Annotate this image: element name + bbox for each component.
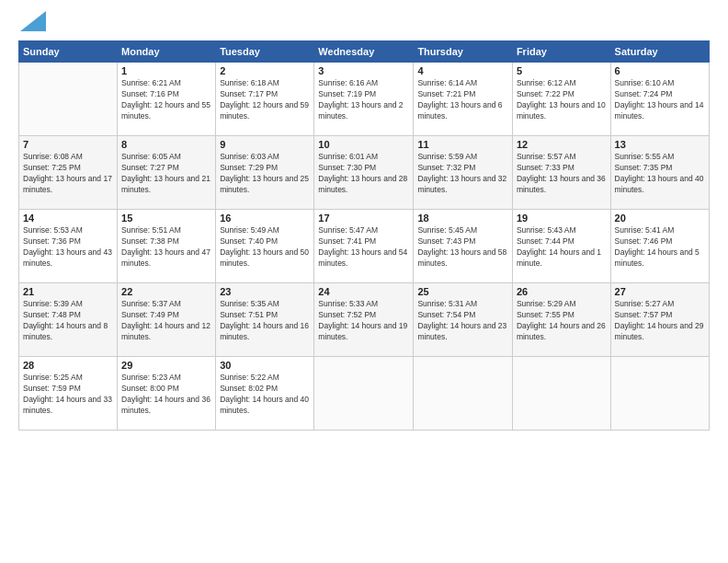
day-info: Sunrise: 5:39 AM Sunset: 7:48 PM Dayligh… — [23, 299, 113, 343]
calendar-header-row: SundayMondayTuesdayWednesdayThursdayFrid… — [19, 41, 710, 63]
calendar-cell: 28Sunrise: 5:25 AM Sunset: 7:59 PM Dayli… — [19, 357, 118, 431]
calendar-cell: 16Sunrise: 5:49 AM Sunset: 7:40 PM Dayli… — [216, 210, 314, 283]
calendar-cell: 22Sunrise: 5:37 AM Sunset: 7:49 PM Dayli… — [118, 283, 216, 357]
day-info: Sunrise: 5:59 AM Sunset: 7:32 PM Dayligh… — [417, 152, 508, 196]
calendar-table: SundayMondayTuesdayWednesdayThursdayFrid… — [18, 40, 710, 431]
calendar-cell: 30Sunrise: 5:22 AM Sunset: 8:02 PM Dayli… — [216, 357, 314, 431]
calendar-cell — [414, 357, 513, 431]
day-info: Sunrise: 5:22 AM Sunset: 8:02 PM Dayligh… — [220, 373, 310, 417]
day-number: 5 — [517, 65, 607, 76]
calendar-cell: 24Sunrise: 5:33 AM Sunset: 7:52 PM Dayli… — [314, 283, 414, 357]
day-info: Sunrise: 6:18 AM Sunset: 7:17 PM Dayligh… — [220, 78, 310, 122]
calendar-cell: 8Sunrise: 6:05 AM Sunset: 7:27 PM Daylig… — [118, 136, 216, 210]
weekday-header: Wednesday — [314, 41, 414, 63]
day-number: 10 — [318, 139, 409, 150]
day-number: 2 — [220, 65, 310, 76]
day-info: Sunrise: 5:35 AM Sunset: 7:51 PM Dayligh… — [220, 299, 310, 343]
day-number: 14 — [23, 213, 113, 224]
calendar-cell: 11Sunrise: 5:59 AM Sunset: 7:32 PM Dayli… — [414, 136, 513, 210]
day-number: 24 — [318, 286, 409, 297]
calendar-cell: 20Sunrise: 5:41 AM Sunset: 7:46 PM Dayli… — [610, 210, 709, 283]
day-info: Sunrise: 5:41 AM Sunset: 7:46 PM Dayligh… — [615, 225, 705, 270]
day-number: 16 — [220, 213, 310, 224]
day-info: Sunrise: 5:45 AM Sunset: 7:43 PM Dayligh… — [417, 225, 508, 270]
calendar-cell: 27Sunrise: 5:27 AM Sunset: 7:57 PM Dayli… — [610, 283, 709, 357]
day-info: Sunrise: 6:08 AM Sunset: 7:25 PM Dayligh… — [23, 152, 113, 196]
day-info: Sunrise: 5:33 AM Sunset: 7:52 PM Dayligh… — [318, 299, 409, 343]
calendar-cell: 19Sunrise: 5:43 AM Sunset: 7:44 PM Dayli… — [512, 210, 610, 283]
day-info: Sunrise: 5:27 AM Sunset: 7:57 PM Dayligh… — [615, 299, 705, 343]
weekday-header: Tuesday — [216, 41, 314, 63]
day-info: Sunrise: 6:01 AM Sunset: 7:30 PM Dayligh… — [318, 152, 409, 196]
calendar-cell: 18Sunrise: 5:45 AM Sunset: 7:43 PM Dayli… — [414, 210, 513, 283]
weekday-header: Saturday — [610, 41, 709, 63]
day-info: Sunrise: 6:05 AM Sunset: 7:27 PM Dayligh… — [121, 152, 211, 196]
day-info: Sunrise: 5:55 AM Sunset: 7:35 PM Dayligh… — [615, 152, 705, 196]
calendar-cell: 25Sunrise: 5:31 AM Sunset: 7:54 PM Dayli… — [414, 283, 513, 357]
calendar-cell: 26Sunrise: 5:29 AM Sunset: 7:55 PM Dayli… — [512, 283, 610, 357]
calendar-cell: 5Sunrise: 6:12 AM Sunset: 7:22 PM Daylig… — [512, 63, 610, 136]
calendar-week-row: 1Sunrise: 6:21 AM Sunset: 7:16 PM Daylig… — [19, 63, 710, 136]
day-number: 13 — [615, 139, 705, 150]
calendar-cell: 2Sunrise: 6:18 AM Sunset: 7:17 PM Daylig… — [216, 63, 314, 136]
day-number: 12 — [517, 139, 607, 150]
day-info: Sunrise: 5:37 AM Sunset: 7:49 PM Dayligh… — [121, 299, 211, 343]
day-number: 18 — [417, 213, 508, 224]
day-number: 11 — [417, 139, 508, 150]
svg-marker-0 — [20, 11, 46, 31]
day-number: 25 — [417, 286, 508, 297]
day-info: Sunrise: 6:14 AM Sunset: 7:21 PM Dayligh… — [417, 78, 508, 122]
calendar-cell: 13Sunrise: 5:55 AM Sunset: 7:35 PM Dayli… — [610, 136, 709, 210]
calendar-week-row: 28Sunrise: 5:25 AM Sunset: 7:59 PM Dayli… — [19, 357, 710, 431]
weekday-header: Monday — [118, 41, 216, 63]
day-info: Sunrise: 5:25 AM Sunset: 7:59 PM Dayligh… — [23, 373, 113, 417]
calendar-cell — [610, 357, 709, 431]
day-info: Sunrise: 5:43 AM Sunset: 7:44 PM Dayligh… — [517, 225, 607, 270]
calendar-cell: 3Sunrise: 6:16 AM Sunset: 7:19 PM Daylig… — [314, 63, 414, 136]
day-number: 23 — [220, 286, 310, 297]
day-info: Sunrise: 6:12 AM Sunset: 7:22 PM Dayligh… — [517, 78, 607, 122]
calendar-cell: 17Sunrise: 5:47 AM Sunset: 7:41 PM Dayli… — [314, 210, 414, 283]
day-info: Sunrise: 5:47 AM Sunset: 7:41 PM Dayligh… — [318, 225, 409, 270]
calendar-cell — [314, 357, 414, 431]
day-number: 3 — [318, 65, 409, 76]
day-info: Sunrise: 6:03 AM Sunset: 7:29 PM Dayligh… — [220, 152, 310, 196]
calendar-cell — [512, 357, 610, 431]
calendar-week-row: 7Sunrise: 6:08 AM Sunset: 7:25 PM Daylig… — [19, 136, 710, 210]
day-number: 19 — [517, 213, 607, 224]
day-number: 21 — [23, 286, 113, 297]
day-info: Sunrise: 5:57 AM Sunset: 7:33 PM Dayligh… — [517, 152, 607, 196]
calendar-cell: 23Sunrise: 5:35 AM Sunset: 7:51 PM Dayli… — [216, 283, 314, 357]
calendar-cell: 9Sunrise: 6:03 AM Sunset: 7:29 PM Daylig… — [216, 136, 314, 210]
day-info: Sunrise: 6:21 AM Sunset: 7:16 PM Dayligh… — [121, 78, 211, 122]
day-info: Sunrise: 6:10 AM Sunset: 7:24 PM Dayligh… — [615, 78, 705, 122]
day-number: 4 — [417, 65, 508, 76]
calendar-cell: 6Sunrise: 6:10 AM Sunset: 7:24 PM Daylig… — [610, 63, 709, 136]
header — [18, 15, 710, 31]
calendar-cell: 12Sunrise: 5:57 AM Sunset: 7:33 PM Dayli… — [512, 136, 610, 210]
day-number: 30 — [220, 360, 310, 371]
day-number: 26 — [517, 286, 607, 297]
calendar-cell: 29Sunrise: 5:23 AM Sunset: 8:00 PM Dayli… — [118, 357, 216, 431]
day-number: 22 — [121, 286, 211, 297]
calendar-cell — [19, 63, 118, 136]
calendar-cell: 4Sunrise: 6:14 AM Sunset: 7:21 PM Daylig… — [414, 63, 513, 136]
day-info: Sunrise: 6:16 AM Sunset: 7:19 PM Dayligh… — [318, 78, 409, 122]
calendar-cell: 7Sunrise: 6:08 AM Sunset: 7:25 PM Daylig… — [19, 136, 118, 210]
day-number: 27 — [615, 286, 705, 297]
day-number: 17 — [318, 213, 409, 224]
weekday-header: Friday — [512, 41, 610, 63]
day-number: 1 — [121, 65, 211, 76]
calendar-week-row: 14Sunrise: 5:53 AM Sunset: 7:36 PM Dayli… — [19, 210, 710, 283]
day-number: 6 — [615, 65, 705, 76]
calendar-week-row: 21Sunrise: 5:39 AM Sunset: 7:48 PM Dayli… — [19, 283, 710, 357]
calendar-cell: 14Sunrise: 5:53 AM Sunset: 7:36 PM Dayli… — [19, 210, 118, 283]
day-number: 7 — [23, 139, 113, 150]
calendar-cell: 15Sunrise: 5:51 AM Sunset: 7:38 PM Dayli… — [118, 210, 216, 283]
logo — [18, 15, 46, 31]
day-info: Sunrise: 5:23 AM Sunset: 8:00 PM Dayligh… — [121, 373, 211, 417]
day-number: 29 — [121, 360, 211, 371]
day-info: Sunrise: 5:29 AM Sunset: 7:55 PM Dayligh… — [517, 299, 607, 343]
calendar-cell: 1Sunrise: 6:21 AM Sunset: 7:16 PM Daylig… — [118, 63, 216, 136]
day-number: 8 — [121, 139, 211, 150]
